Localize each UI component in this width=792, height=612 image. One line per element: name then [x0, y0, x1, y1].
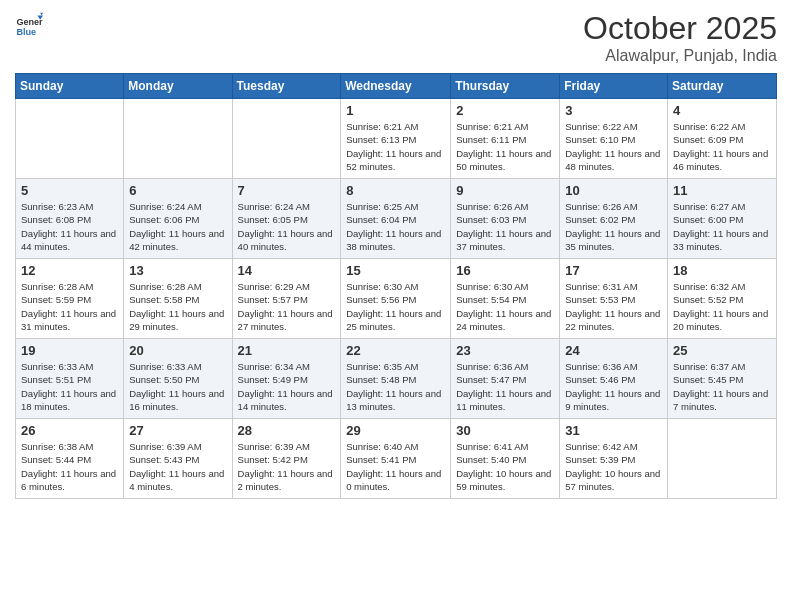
- month-title: October 2025: [583, 10, 777, 47]
- day-info: Sunrise: 6:41 AM Sunset: 5:40 PM Dayligh…: [456, 440, 554, 493]
- day-number: 28: [238, 423, 336, 438]
- day-info: Sunrise: 6:38 AM Sunset: 5:44 PM Dayligh…: [21, 440, 118, 493]
- day-info: Sunrise: 6:36 AM Sunset: 5:46 PM Dayligh…: [565, 360, 662, 413]
- day-info: Sunrise: 6:39 AM Sunset: 5:42 PM Dayligh…: [238, 440, 336, 493]
- calendar-cell: 19Sunrise: 6:33 AM Sunset: 5:51 PM Dayli…: [16, 339, 124, 419]
- day-number: 4: [673, 103, 771, 118]
- calendar-cell: 27Sunrise: 6:39 AM Sunset: 5:43 PM Dayli…: [124, 419, 232, 499]
- day-info: Sunrise: 6:42 AM Sunset: 5:39 PM Dayligh…: [565, 440, 662, 493]
- col-header-tuesday: Tuesday: [232, 74, 341, 99]
- logo: General Blue: [15, 10, 43, 38]
- day-number: 15: [346, 263, 445, 278]
- calendar-cell: 15Sunrise: 6:30 AM Sunset: 5:56 PM Dayli…: [341, 259, 451, 339]
- calendar-week-row: 1Sunrise: 6:21 AM Sunset: 6:13 PM Daylig…: [16, 99, 777, 179]
- calendar-cell: 22Sunrise: 6:35 AM Sunset: 5:48 PM Dayli…: [341, 339, 451, 419]
- day-number: 26: [21, 423, 118, 438]
- day-number: 6: [129, 183, 226, 198]
- day-number: 29: [346, 423, 445, 438]
- day-info: Sunrise: 6:40 AM Sunset: 5:41 PM Dayligh…: [346, 440, 445, 493]
- calendar-cell: [232, 99, 341, 179]
- day-info: Sunrise: 6:27 AM Sunset: 6:00 PM Dayligh…: [673, 200, 771, 253]
- col-header-friday: Friday: [560, 74, 668, 99]
- svg-text:Blue: Blue: [16, 27, 36, 37]
- day-number: 16: [456, 263, 554, 278]
- day-number: 8: [346, 183, 445, 198]
- calendar-week-row: 26Sunrise: 6:38 AM Sunset: 5:44 PM Dayli…: [16, 419, 777, 499]
- calendar-cell: 16Sunrise: 6:30 AM Sunset: 5:54 PM Dayli…: [451, 259, 560, 339]
- day-info: Sunrise: 6:23 AM Sunset: 6:08 PM Dayligh…: [21, 200, 118, 253]
- col-header-sunday: Sunday: [16, 74, 124, 99]
- title-block: October 2025 Alawalpur, Punjab, India: [583, 10, 777, 65]
- calendar-cell: 8Sunrise: 6:25 AM Sunset: 6:04 PM Daylig…: [341, 179, 451, 259]
- calendar-header-row: SundayMondayTuesdayWednesdayThursdayFrid…: [16, 74, 777, 99]
- day-number: 20: [129, 343, 226, 358]
- day-number: 17: [565, 263, 662, 278]
- day-info: Sunrise: 6:36 AM Sunset: 5:47 PM Dayligh…: [456, 360, 554, 413]
- day-number: 9: [456, 183, 554, 198]
- day-number: 11: [673, 183, 771, 198]
- day-number: 25: [673, 343, 771, 358]
- day-info: Sunrise: 6:32 AM Sunset: 5:52 PM Dayligh…: [673, 280, 771, 333]
- calendar-cell: 12Sunrise: 6:28 AM Sunset: 5:59 PM Dayli…: [16, 259, 124, 339]
- calendar-cell: 13Sunrise: 6:28 AM Sunset: 5:58 PM Dayli…: [124, 259, 232, 339]
- calendar-cell: 10Sunrise: 6:26 AM Sunset: 6:02 PM Dayli…: [560, 179, 668, 259]
- day-info: Sunrise: 6:24 AM Sunset: 6:06 PM Dayligh…: [129, 200, 226, 253]
- page-header: General Blue October 2025 Alawalpur, Pun…: [15, 10, 777, 65]
- calendar-week-row: 5Sunrise: 6:23 AM Sunset: 6:08 PM Daylig…: [16, 179, 777, 259]
- day-info: Sunrise: 6:30 AM Sunset: 5:54 PM Dayligh…: [456, 280, 554, 333]
- calendar-cell: 11Sunrise: 6:27 AM Sunset: 6:00 PM Dayli…: [668, 179, 777, 259]
- calendar-cell: 18Sunrise: 6:32 AM Sunset: 5:52 PM Dayli…: [668, 259, 777, 339]
- day-number: 14: [238, 263, 336, 278]
- day-info: Sunrise: 6:25 AM Sunset: 6:04 PM Dayligh…: [346, 200, 445, 253]
- calendar-cell: 4Sunrise: 6:22 AM Sunset: 6:09 PM Daylig…: [668, 99, 777, 179]
- location-title: Alawalpur, Punjab, India: [583, 47, 777, 65]
- day-number: 18: [673, 263, 771, 278]
- calendar-cell: 21Sunrise: 6:34 AM Sunset: 5:49 PM Dayli…: [232, 339, 341, 419]
- day-number: 23: [456, 343, 554, 358]
- day-info: Sunrise: 6:28 AM Sunset: 5:58 PM Dayligh…: [129, 280, 226, 333]
- day-info: Sunrise: 6:39 AM Sunset: 5:43 PM Dayligh…: [129, 440, 226, 493]
- calendar-cell: 28Sunrise: 6:39 AM Sunset: 5:42 PM Dayli…: [232, 419, 341, 499]
- calendar-cell: 14Sunrise: 6:29 AM Sunset: 5:57 PM Dayli…: [232, 259, 341, 339]
- day-number: 22: [346, 343, 445, 358]
- day-info: Sunrise: 6:22 AM Sunset: 6:10 PM Dayligh…: [565, 120, 662, 173]
- day-number: 19: [21, 343, 118, 358]
- day-info: Sunrise: 6:31 AM Sunset: 5:53 PM Dayligh…: [565, 280, 662, 333]
- day-info: Sunrise: 6:21 AM Sunset: 6:11 PM Dayligh…: [456, 120, 554, 173]
- calendar-cell: 6Sunrise: 6:24 AM Sunset: 6:06 PM Daylig…: [124, 179, 232, 259]
- day-info: Sunrise: 6:34 AM Sunset: 5:49 PM Dayligh…: [238, 360, 336, 413]
- calendar-cell: 20Sunrise: 6:33 AM Sunset: 5:50 PM Dayli…: [124, 339, 232, 419]
- day-info: Sunrise: 6:24 AM Sunset: 6:05 PM Dayligh…: [238, 200, 336, 253]
- day-info: Sunrise: 6:35 AM Sunset: 5:48 PM Dayligh…: [346, 360, 445, 413]
- day-info: Sunrise: 6:28 AM Sunset: 5:59 PM Dayligh…: [21, 280, 118, 333]
- col-header-wednesday: Wednesday: [341, 74, 451, 99]
- day-number: 2: [456, 103, 554, 118]
- calendar-cell: [16, 99, 124, 179]
- day-number: 27: [129, 423, 226, 438]
- day-number: 10: [565, 183, 662, 198]
- day-number: 12: [21, 263, 118, 278]
- day-number: 30: [456, 423, 554, 438]
- col-header-thursday: Thursday: [451, 74, 560, 99]
- calendar-cell: 23Sunrise: 6:36 AM Sunset: 5:47 PM Dayli…: [451, 339, 560, 419]
- day-number: 3: [565, 103, 662, 118]
- day-number: 31: [565, 423, 662, 438]
- calendar-cell: 9Sunrise: 6:26 AM Sunset: 6:03 PM Daylig…: [451, 179, 560, 259]
- day-number: 21: [238, 343, 336, 358]
- logo-icon: General Blue: [15, 10, 43, 38]
- calendar-week-row: 19Sunrise: 6:33 AM Sunset: 5:51 PM Dayli…: [16, 339, 777, 419]
- col-header-monday: Monday: [124, 74, 232, 99]
- calendar-cell: 2Sunrise: 6:21 AM Sunset: 6:11 PM Daylig…: [451, 99, 560, 179]
- day-info: Sunrise: 6:22 AM Sunset: 6:09 PM Dayligh…: [673, 120, 771, 173]
- calendar-week-row: 12Sunrise: 6:28 AM Sunset: 5:59 PM Dayli…: [16, 259, 777, 339]
- calendar-cell: 5Sunrise: 6:23 AM Sunset: 6:08 PM Daylig…: [16, 179, 124, 259]
- day-info: Sunrise: 6:33 AM Sunset: 5:51 PM Dayligh…: [21, 360, 118, 413]
- day-info: Sunrise: 6:33 AM Sunset: 5:50 PM Dayligh…: [129, 360, 226, 413]
- calendar-table: SundayMondayTuesdayWednesdayThursdayFrid…: [15, 73, 777, 499]
- day-number: 7: [238, 183, 336, 198]
- svg-marker-3: [40, 13, 43, 16]
- calendar-cell: 30Sunrise: 6:41 AM Sunset: 5:40 PM Dayli…: [451, 419, 560, 499]
- calendar-cell: 7Sunrise: 6:24 AM Sunset: 6:05 PM Daylig…: [232, 179, 341, 259]
- day-info: Sunrise: 6:21 AM Sunset: 6:13 PM Dayligh…: [346, 120, 445, 173]
- day-info: Sunrise: 6:29 AM Sunset: 5:57 PM Dayligh…: [238, 280, 336, 333]
